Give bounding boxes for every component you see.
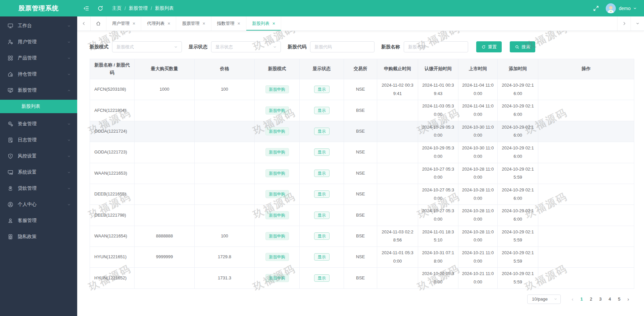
content-area: 玖福源码玖福源码玖福源码玖福源码玖福源码玖福源码玖福源码玖福源码玖福源码玖福源码… — [77, 31, 644, 316]
column-header: 最大购买数量 — [135, 59, 195, 79]
page-5[interactable]: 5 — [615, 297, 624, 302]
sidebar-item-product-management[interactable]: 产品管理 — [0, 50, 77, 66]
tab-close-icon[interactable]: × — [202, 21, 205, 26]
page-size-select[interactable]: 10/page — [527, 295, 561, 304]
sidebar-item-loan-management[interactable]: 贷款管理 — [0, 180, 77, 196]
mode-select[interactable]: 新股模式 — [112, 41, 182, 52]
search-icon — [515, 45, 519, 49]
tab-ipo-list[interactable]: 新股列表× — [246, 16, 281, 31]
fullscreen-icon[interactable] — [592, 5, 600, 12]
breadcrumb-item[interactable]: 主页 — [112, 5, 121, 11]
next-page-icon[interactable]: › — [624, 296, 633, 302]
sidebar-item-ipo-management[interactable]: 新股管理 — [0, 82, 77, 98]
page-1[interactable]: 1 — [577, 297, 586, 302]
notebook-icon — [7, 137, 13, 143]
sidebar-collapse-icon[interactable] — [83, 5, 90, 12]
sidebar-item-workbench[interactable]: 工作台 — [0, 18, 77, 34]
price-cell — [195, 100, 255, 121]
exchange-cell: BSE — [344, 205, 377, 226]
sidebar-item-funds-management[interactable]: 资金管理 — [0, 116, 77, 132]
sidebar-item-privacy-policy[interactable]: 隐私政策 — [0, 229, 77, 245]
table-row: HYUN(1221651)99999991729.8新股申购显示NSE2024-… — [90, 247, 634, 268]
home-gear-icon — [7, 71, 13, 77]
tabs-scroll-right-icon[interactable] — [617, 16, 631, 31]
max-qty-cell — [135, 163, 195, 184]
added-time-cell: 2024-10-29 02:15:59 — [498, 226, 538, 246]
sidebar-item-customer-service[interactable]: 客服管理 — [0, 213, 77, 229]
search-button[interactable]: 搜索 — [510, 41, 535, 52]
page-4[interactable]: 4 — [605, 297, 614, 302]
page-3[interactable]: 3 — [596, 297, 605, 302]
tab-label: 股票管理 — [182, 20, 199, 27]
mode-cell: 新股申购 — [255, 79, 300, 100]
status-tag: 显示 — [314, 253, 330, 261]
status-tag: 显示 — [314, 274, 330, 282]
table-row: HYUN(1221652)1731.3新股申购显示BSE2024-10-20 0… — [90, 268, 634, 288]
tab-label: 新股列表 — [252, 20, 269, 27]
home-icon — [96, 21, 101, 26]
refresh-icon[interactable] — [97, 5, 104, 12]
status-tag: 显示 — [314, 190, 330, 198]
purchase-deadline-cell — [377, 163, 418, 184]
listing-time-cell: 2024-10-28 11:00:00 — [458, 226, 498, 246]
tab-close-icon[interactable]: × — [133, 21, 135, 26]
reset-icon — [481, 45, 486, 49]
sidebar-item-log-management[interactable]: 日志管理 — [0, 132, 77, 148]
max-qty-cell — [135, 121, 195, 142]
tab-close-icon[interactable]: × — [238, 21, 240, 26]
sidebar-submenu: 新股列表 — [0, 98, 77, 116]
tab-close-icon[interactable]: × — [273, 21, 275, 26]
listing-time-cell: 2024-10-28 11:00:00 — [458, 163, 498, 184]
max-qty-cell: 9999999 — [135, 247, 195, 268]
added-time-cell: 2024-10-29 02:15:59 — [498, 163, 538, 184]
table-row: GODA(1221723)新股申购显示NSE2024-10-29 05:30:0… — [90, 142, 634, 163]
reset-button[interactable]: 重置 — [476, 41, 502, 52]
action-cell — [538, 163, 634, 184]
tabs-menu-chevron-icon[interactable] — [631, 16, 644, 31]
user-menu-chevron-icon[interactable] — [633, 6, 637, 11]
table-row: AFCN(1221804)新股申购显示BSE2024-11-03 05:30:0… — [90, 100, 634, 121]
exchange-cell: NSE — [344, 163, 377, 184]
tab-home[interactable] — [91, 16, 106, 31]
app-title: 股票管理系统 — [0, 4, 77, 13]
subscribe-start-cell: 2024-10-27 05:30:00 — [418, 205, 458, 226]
tab-close-icon[interactable]: × — [167, 21, 170, 26]
ipo-table: 新股名称 / 新股代码最大购买数量价格新股模式显示状态交易所申购截止时间认缴开始… — [90, 59, 634, 289]
chevron-down-icon — [174, 45, 178, 49]
person-circle-icon — [7, 201, 13, 208]
exchange-cell: BSE — [344, 121, 377, 142]
sidebar-item-position-management[interactable]: 持仓管理 — [0, 66, 77, 82]
tab-user-management[interactable]: 用户管理× — [106, 16, 141, 31]
avatar[interactable] — [606, 3, 616, 13]
status-select[interactable]: 显示状态 — [211, 41, 281, 52]
sidebar-item-user-management[interactable]: 用户管理 — [0, 34, 77, 50]
added-time-cell: 2024-10-29 02:16:00 — [498, 121, 538, 142]
sidebar-subitem-ipo-list[interactable]: 新股列表 — [0, 100, 77, 113]
sidebar-item-system-settings[interactable]: 系统设置 — [0, 164, 77, 180]
filter-label-status: 显示状态 — [189, 44, 207, 50]
mode-cell: 新股申购 — [255, 142, 300, 163]
added-time-cell: 2024-10-29 02:16:00 — [498, 79, 538, 100]
tabs-scroll-left-icon[interactable] — [77, 16, 91, 31]
code-input[interactable] — [310, 41, 375, 52]
name-input[interactable] — [404, 41, 468, 52]
listing-time-cell: 2024-10-30 11:00:00 — [458, 142, 498, 163]
username[interactable]: demo — [619, 6, 631, 11]
sidebar-item-personal-center[interactable]: 个人中心 — [0, 196, 77, 213]
tab-agent-list[interactable]: 代理列表× — [141, 16, 176, 31]
page-2[interactable]: 2 — [587, 297, 595, 302]
sidebar-item-label: 日志管理 — [18, 137, 67, 143]
tab-stock-management[interactable]: 股票管理× — [176, 16, 211, 31]
stock-name-cell: WAAN(1221654) — [90, 226, 135, 246]
breadcrumb-item[interactable]: 新股管理 — [129, 5, 148, 11]
status-cell: 显示 — [300, 121, 344, 142]
purchase-deadline-cell: 2024-11-03 02:28:56 — [377, 226, 418, 246]
tab-index-management[interactable]: 指数管理× — [211, 16, 246, 31]
purchase-deadline-cell: 2024-11-01 05:30:00 — [377, 247, 418, 268]
max-qty-cell: 8888888 — [135, 226, 195, 246]
prev-page-icon[interactable]: ‹ — [568, 296, 577, 302]
status-tag: 显示 — [314, 212, 330, 219]
sidebar-item-risk-settings[interactable]: 风控设置 — [0, 148, 77, 164]
purchase-deadline-cell: 2024-11-02 00:39:41 — [377, 79, 418, 100]
app-root: 股票管理系统 主页/新股管理/新股列表 demo 工作台用户管理产品管理持仓管理… — [0, 0, 644, 316]
